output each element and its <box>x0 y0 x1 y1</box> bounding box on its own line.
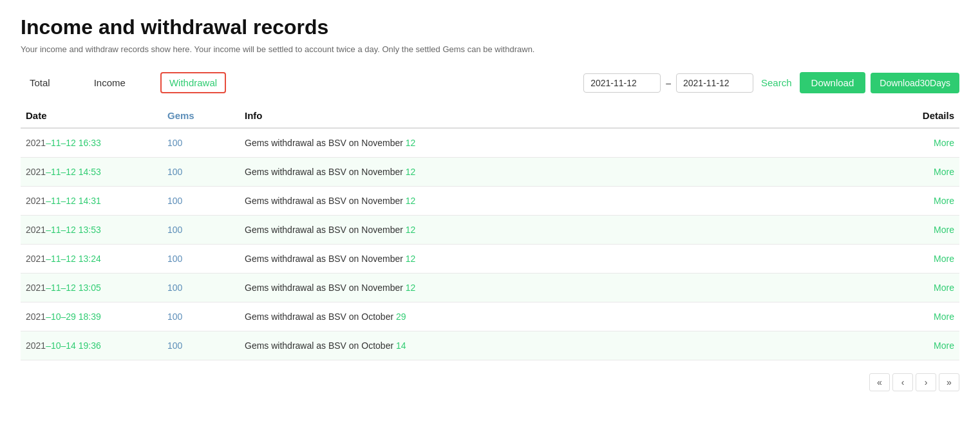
more-button[interactable]: More <box>934 225 954 235</box>
tab-group: Total Income Withdrawal <box>21 72 226 93</box>
date-separator: – <box>666 78 671 88</box>
cell-date: 2021–10–29 18:39 <box>21 302 162 331</box>
table-row: 2021–11–12 14:53100Gems withdrawal as BS… <box>21 158 959 187</box>
search-button[interactable]: Search <box>761 77 792 88</box>
cell-gems: 100 <box>162 158 240 187</box>
cell-details: More <box>882 158 959 187</box>
cell-date: 2021–11–12 14:53 <box>21 158 162 187</box>
more-button[interactable]: More <box>934 340 954 351</box>
cell-gems: 100 <box>162 187 240 216</box>
pagination-first[interactable]: « <box>869 373 890 391</box>
table-row: 2021–11–12 16:33100Gems withdrawal as BS… <box>21 128 959 158</box>
page-title: Income and withdrawal records <box>21 15 959 39</box>
more-button[interactable]: More <box>934 167 954 177</box>
more-button[interactable]: More <box>934 283 954 293</box>
cell-gems: 100 <box>162 216 240 245</box>
date-to-input[interactable] <box>676 73 753 93</box>
tab-income[interactable]: Income <box>85 72 135 93</box>
table-row: 2021–11–12 13:24100Gems withdrawal as BS… <box>21 245 959 274</box>
cell-date: 2021–11–12 13:05 <box>21 274 162 302</box>
cell-details: More <box>882 245 959 274</box>
download30-button[interactable]: Download30Days <box>871 73 959 93</box>
tab-total[interactable]: Total <box>21 72 59 93</box>
cell-info: Gems withdrawal as BSV on November 12 <box>240 128 882 158</box>
cell-gems: 100 <box>162 245 240 274</box>
table-header-row: Date Gems Info Details <box>21 104 959 128</box>
pagination: « ‹ › » <box>21 373 959 391</box>
pagination-next[interactable]: › <box>916 373 936 391</box>
table-row: 2021–11–12 13:05100Gems withdrawal as BS… <box>21 274 959 302</box>
cell-details: More <box>882 187 959 216</box>
more-button[interactable]: More <box>934 311 954 322</box>
table-row: 2021–10–14 19:36100Gems withdrawal as BS… <box>21 331 959 360</box>
records-table: Date Gems Info Details 2021–11–12 16:331… <box>21 104 959 360</box>
col-header-date: Date <box>21 104 162 128</box>
cell-gems: 100 <box>162 128 240 158</box>
cell-date: 2021–11–12 14:31 <box>21 187 162 216</box>
cell-info: Gems withdrawal as BSV on October 29 <box>240 302 882 331</box>
tab-withdrawal[interactable]: Withdrawal <box>160 72 226 93</box>
date-from-input[interactable] <box>583 73 661 93</box>
toolbar: Total Income Withdrawal – Search Downloa… <box>21 72 959 93</box>
cell-info: Gems withdrawal as BSV on October 14 <box>240 331 882 360</box>
page-subtitle: Your income and withdraw records show he… <box>21 44 959 54</box>
table-row: 2021–11–12 14:31100Gems withdrawal as BS… <box>21 187 959 216</box>
cell-info: Gems withdrawal as BSV on November 12 <box>240 245 882 274</box>
col-header-gems: Gems <box>162 104 240 128</box>
cell-date: 2021–10–14 19:36 <box>21 331 162 360</box>
more-button[interactable]: More <box>934 196 954 206</box>
cell-date: 2021–11–12 13:53 <box>21 216 162 245</box>
table-row: 2021–11–12 13:53100Gems withdrawal as BS… <box>21 216 959 245</box>
cell-details: More <box>882 128 959 158</box>
pagination-last[interactable]: » <box>939 373 959 391</box>
cell-info: Gems withdrawal as BSV on November 12 <box>240 216 882 245</box>
cell-details: More <box>882 331 959 360</box>
cell-date: 2021–11–12 16:33 <box>21 128 162 158</box>
cell-gems: 100 <box>162 331 240 360</box>
more-button[interactable]: More <box>934 138 954 148</box>
cell-date: 2021–11–12 13:24 <box>21 245 162 274</box>
cell-info: Gems withdrawal as BSV on November 12 <box>240 187 882 216</box>
col-header-info: Info <box>240 104 882 128</box>
date-range: – <box>583 73 753 93</box>
cell-info: Gems withdrawal as BSV on November 12 <box>240 158 882 187</box>
cell-gems: 100 <box>162 274 240 302</box>
cell-details: More <box>882 302 959 331</box>
more-button[interactable]: More <box>934 254 954 264</box>
cell-details: More <box>882 274 959 302</box>
cell-details: More <box>882 216 959 245</box>
pagination-prev[interactable]: ‹ <box>892 373 913 391</box>
table-row: 2021–10–29 18:39100Gems withdrawal as BS… <box>21 302 959 331</box>
col-header-details: Details <box>882 104 959 128</box>
download-button[interactable]: Download <box>800 72 866 93</box>
cell-gems: 100 <box>162 302 240 331</box>
cell-info: Gems withdrawal as BSV on November 12 <box>240 274 882 302</box>
